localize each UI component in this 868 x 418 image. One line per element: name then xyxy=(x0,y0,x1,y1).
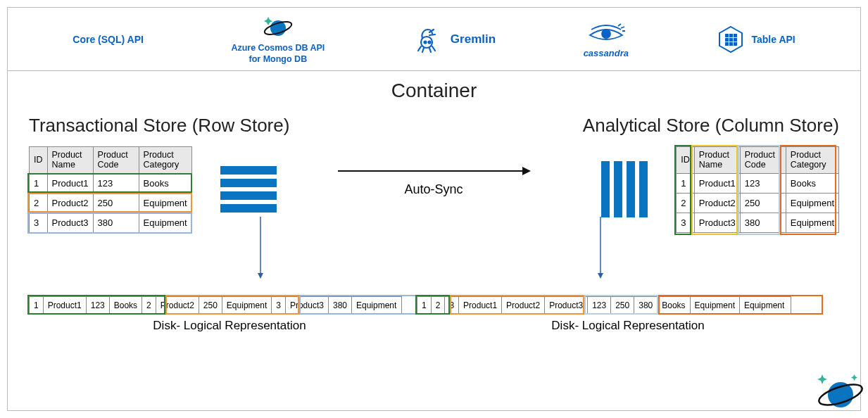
analytical-table-wrap: ID Product Name Product Code Product Cat… xyxy=(676,146,839,233)
analytical-table: ID Product Name Product Code Product Cat… xyxy=(676,146,839,233)
content-area: Transactional Store (Row Store) ID Produ… xyxy=(8,115,860,333)
col-category: Product Category xyxy=(786,147,838,174)
col-bar xyxy=(639,161,648,217)
api-cassandra: cassandra xyxy=(584,20,629,58)
row-bars-icon xyxy=(220,166,277,213)
svg-rect-14 xyxy=(729,42,733,46)
gremlin-icon xyxy=(413,26,445,53)
svg-rect-11 xyxy=(729,38,733,42)
svg-point-5 xyxy=(602,30,610,38)
api-cosmos-mongo: Azure Cosmos DB API for Mongo DB xyxy=(231,15,325,64)
col-code: Product Code xyxy=(740,147,786,174)
col-id: ID xyxy=(677,147,695,174)
table-row: 2 Product2 250 Equipment xyxy=(677,193,839,213)
svg-rect-8 xyxy=(729,34,733,37)
api-gremlin-label: Gremlin xyxy=(451,32,496,46)
row-disk-area: 1 Product1 123 Books 2 Product2 250 Equi… xyxy=(29,296,430,333)
table-row: 2 Product2 250 Equipment xyxy=(30,193,192,213)
down-arrow-icon xyxy=(596,217,605,280)
api-table: Table API xyxy=(716,26,795,53)
col-disk-row: 1 2 3 Product1 Product2 Product3 123 250… xyxy=(417,296,791,315)
col-disk-label: Disk- Logical Representation xyxy=(417,319,839,333)
api-table-label: Table API xyxy=(751,34,795,45)
transactional-store: Transactional Store (Row Store) ID Produ… xyxy=(29,115,430,333)
table-row: 3 Product3 380 Equipment xyxy=(30,213,192,232)
transactional-table: ID Product Name Product Code Product Cat… xyxy=(29,146,192,233)
api-cosmos-line1: Azure Cosmos DB API xyxy=(231,43,325,53)
svg-rect-9 xyxy=(734,34,737,37)
row-disk-label: Disk- Logical Representation xyxy=(29,319,430,333)
col-bars-icon xyxy=(601,161,648,217)
cosmos-planet-icon xyxy=(263,15,294,42)
svg-marker-17 xyxy=(258,273,263,279)
analytical-title: Analytical Store (Column Store) xyxy=(438,115,839,137)
row-bar xyxy=(220,204,277,213)
svg-point-4 xyxy=(428,41,430,43)
cosmos-planet-icon xyxy=(814,372,863,416)
table-row: 3 Product3 380 Equipment xyxy=(677,213,839,232)
table-hexagon-icon xyxy=(716,26,746,53)
row-bar xyxy=(220,179,277,187)
api-cosmos-line2: for Mongo DB xyxy=(249,54,308,64)
svg-rect-7 xyxy=(725,34,729,37)
row-disk-row: 1 Product1 123 Books 2 Product2 250 Equi… xyxy=(29,296,402,315)
svg-rect-10 xyxy=(725,38,729,42)
api-core-sql: Core (SQL) API xyxy=(73,34,144,45)
table-header-row: ID Product Name Product Code Product Cat… xyxy=(30,147,192,174)
api-bar: Core (SQL) API Azure Cosmos DB API for M… xyxy=(8,8,860,71)
transactional-table-wrap: ID Product Name Product Code Product Cat… xyxy=(29,146,192,233)
svg-rect-15 xyxy=(734,42,737,46)
svg-rect-12 xyxy=(734,38,737,42)
transactional-title: Transactional Store (Row Store) xyxy=(29,115,430,137)
diagram-frame: Core (SQL) API Azure Cosmos DB API for M… xyxy=(7,7,861,411)
api-cassandra-label: cassandra xyxy=(584,48,629,58)
svg-point-3 xyxy=(424,41,426,43)
col-category: Product Category xyxy=(139,147,191,174)
row-bar xyxy=(220,166,277,175)
row-bar xyxy=(220,191,277,200)
table-row: 1 Product1 123 Books xyxy=(30,173,192,193)
container-title: Container xyxy=(8,80,860,102)
col-disk-area: 1 2 3 Product1 Product2 Product3 123 250… xyxy=(417,296,839,333)
svg-rect-13 xyxy=(725,42,729,46)
col-name: Product Name xyxy=(47,147,93,174)
analytical-store: Analytical Store (Column Store) ID Produ… xyxy=(438,115,839,333)
table-header-row: ID Product Name Product Code Product Cat… xyxy=(677,147,839,174)
api-gremlin: Gremlin xyxy=(413,26,496,53)
col-code: Product Code xyxy=(93,147,139,174)
col-id: ID xyxy=(30,147,48,174)
table-row: 1 Product1 123 Books xyxy=(677,173,839,193)
col-bar xyxy=(614,161,622,217)
svg-marker-21 xyxy=(598,273,603,279)
down-arrow-icon xyxy=(256,217,265,280)
col-bar xyxy=(627,161,635,217)
api-core-sql-label: Core (SQL) API xyxy=(73,34,144,45)
cassandra-eye-icon xyxy=(587,20,625,46)
col-name: Product Name xyxy=(694,147,740,174)
col-bar xyxy=(601,161,610,217)
